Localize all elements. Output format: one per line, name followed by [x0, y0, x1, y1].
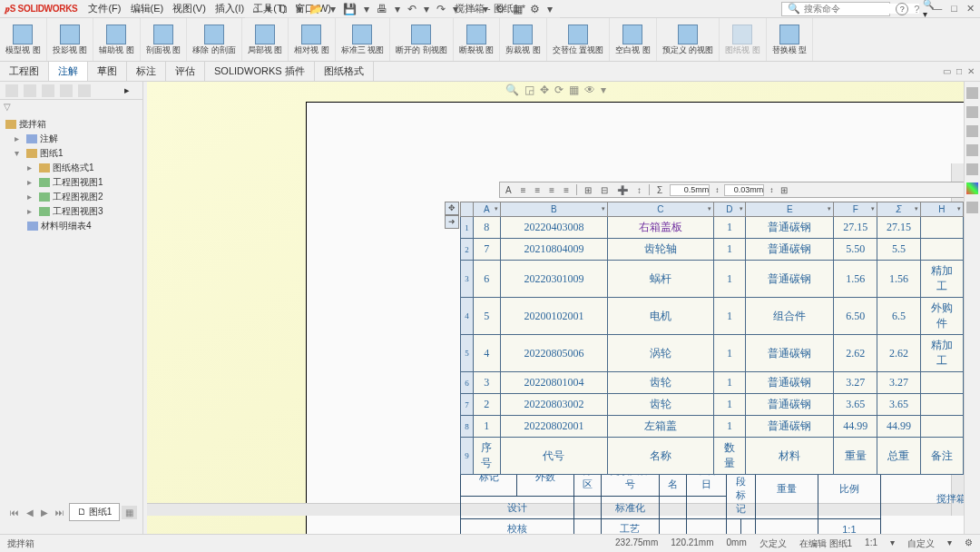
table-options-icon[interactable]: ⊞ [779, 185, 789, 195]
ribbon-model-view[interactable]: 模型视 图 [0, 18, 47, 61]
open-icon[interactable]: 📂 [309, 3, 323, 15]
ribbon-crop-view[interactable]: 剪裁视 图 [500, 18, 547, 61]
menu-file[interactable]: 文件(F) [88, 2, 121, 15]
tree-view1[interactable]: ▸工程图视图1 [2, 175, 141, 190]
undo-icon[interactable]: ↶ [407, 3, 416, 15]
taskpane-resources-icon[interactable] [966, 106, 978, 118]
bom-table[interactable]: A▾ B▾ C▾ D▾ E▾ F▾ Σ▾ H▾ 1820220403008右箱盖… [460, 202, 964, 475]
align-left-icon[interactable]: ≡ [519, 185, 528, 195]
drawing-canvas[interactable]: 🔍 ◲ ✥ ⟳ ▦ 👁 ▾ D E F A ≡ ≡ ≡ ≡ ⊞ ⊟ ➕ ↕ [147, 82, 964, 534]
hide-show-icon[interactable]: 👁 [584, 84, 595, 96]
menu-insert[interactable]: 插入(I) [215, 2, 244, 15]
table-row[interactable]: 1820220403008右箱盖板1普通碳钢27.1527.15 [461, 217, 964, 239]
pan-icon[interactable]: ✥ [540, 84, 549, 96]
ribbon-broken-section[interactable]: 断开的 剖视图 [390, 18, 454, 61]
tree-view2[interactable]: ▸工程图视图2 [2, 190, 141, 204]
taskpane-properties-icon[interactable] [966, 202, 978, 213]
close-button[interactable]: ✕ [966, 3, 975, 15]
table-row[interactable]: 3620220301009蜗杆1普通碳钢1.561.56精加工 [461, 261, 964, 298]
sheet-first-icon[interactable]: ⏮ [7, 508, 22, 518]
rotate-icon[interactable]: ⟳ [554, 84, 564, 96]
add-sheet-icon[interactable]: ▦ [122, 506, 137, 519]
insert-row-icon[interactable]: ➕ [615, 185, 630, 195]
align-center-icon[interactable]: ≡ [534, 185, 543, 195]
print-icon[interactable]: 🖶 [377, 3, 387, 15]
doc-close-icon[interactable]: ✕ [967, 66, 975, 76]
ribbon-alt-pos-view[interactable]: 交替位 置视图 [547, 18, 611, 61]
row-height-input[interactable]: 0.03mm [724, 184, 764, 196]
align-top-icon[interactable]: ≡ [562, 185, 571, 195]
minimize-button[interactable]: — [932, 3, 942, 15]
doc-minimize-icon[interactable]: ▭ [943, 66, 951, 76]
ribbon-projected-view[interactable]: 投影视 图 [47, 18, 94, 61]
tab-markup[interactable]: 标注 [127, 62, 166, 81]
tab-addins[interactable]: SOLIDWORKS 插件 [205, 62, 315, 81]
table-row[interactable]: 8120220802001左箱盖1普通碳钢44.9944.99 [461, 416, 964, 438]
fm-expand-icon[interactable]: ▸ [124, 84, 137, 97]
table-row[interactable]: 6320220801004齿轮1普通碳钢3.273.27 [461, 372, 964, 394]
table-row[interactable]: 2720210804009齿轮轴1普通碳钢5.505.5 [461, 239, 964, 261]
ribbon-break-view[interactable]: 断裂视 图 [454, 18, 501, 61]
move-table-icon[interactable]: ✥ [445, 202, 459, 215]
save-icon[interactable]: 💾 [343, 3, 357, 15]
sort-icon[interactable]: ↕ [635, 185, 643, 195]
tree-bom-table[interactable]: 材料明细表4 [2, 219, 141, 233]
table-format-toolbar[interactable]: A ≡ ≡ ≡ ≡ ⊞ ⊟ ➕ ↕ Σ 0.5mm ↕ 0.03mm ↕ ⊞ [499, 182, 964, 198]
doc-restore-icon[interactable]: □ [956, 66, 962, 76]
taskpane-library-icon[interactable] [966, 125, 978, 137]
ribbon-replace-model[interactable]: 替换模 型 [767, 18, 814, 61]
home-icon[interactable]: ⌂ [252, 3, 259, 15]
taskpane-explorer-icon[interactable] [966, 144, 978, 156]
ribbon-std-3view[interactable]: 标准三 视图 [336, 18, 391, 61]
taskpane-home-icon[interactable] [966, 87, 978, 99]
taskpane-appearances-icon[interactable] [966, 182, 978, 194]
redo-icon[interactable]: ↷ [436, 3, 446, 15]
ribbon-removed-section[interactable]: 移除 的剖面 [187, 18, 242, 61]
ribbon-section-view[interactable]: 剖面视 图 [141, 18, 188, 61]
tree-sheetformat[interactable]: ▸图纸格式1 [2, 161, 141, 175]
tree-view3[interactable]: ▸工程图视图3 [2, 204, 141, 219]
sheet-tab-1[interactable]: 🗋 图纸1 [69, 503, 120, 521]
tree-root[interactable]: 搅拌箱 [2, 117, 141, 132]
zoom-area-icon[interactable]: ◲ [524, 84, 534, 96]
status-custom[interactable]: 自定义 [907, 537, 935, 550]
ribbon-detail-view[interactable]: 局部视 图 [242, 18, 289, 61]
formula-icon[interactable]: Σ [655, 185, 664, 195]
split-icon[interactable]: ⊟ [599, 185, 610, 195]
fm-tab-5[interactable] [78, 84, 91, 97]
bold-icon[interactable]: A [504, 185, 514, 195]
sheet-last-icon[interactable]: ⏭ [53, 508, 67, 518]
menu-view[interactable]: 视图(V) [172, 2, 206, 15]
fm-tab-3[interactable] [42, 84, 54, 97]
table-row[interactable]: 5420220805006涡轮1普通碳钢2.622.62精加工 [461, 335, 964, 372]
fm-tab-2[interactable] [24, 84, 36, 97]
ribbon-sheet-view[interactable]: 图纸视 图 [720, 18, 767, 61]
filter-icon[interactable]: ▽ [0, 100, 142, 113]
tab-sketch[interactable]: 草图 [88, 62, 127, 81]
merge-icon[interactable]: ⊞ [583, 185, 593, 195]
settings-icon[interactable]: ⚙ [530, 3, 540, 15]
command-search[interactable]: 🔍 🔍▾ [781, 2, 890, 16]
tab-annotation[interactable]: 注解 [49, 62, 88, 81]
ribbon-aux-view[interactable]: 辅助视 图 [93, 18, 141, 61]
table-row[interactable]: 7220220803002齿轮1普通碳钢3.653.65 [461, 394, 964, 416]
fm-tab-4[interactable] [60, 84, 73, 97]
select-table-icon[interactable]: ➜ [445, 215, 459, 229]
table-row[interactable]: 4520200102001电机1组合件6.506.5外购件 [461, 298, 964, 335]
fm-tab-1[interactable] [5, 84, 18, 97]
status-settings-icon[interactable]: ⚙ [965, 537, 973, 550]
help-icon[interactable]: ? [896, 3, 908, 15]
taskpane-palette-icon[interactable] [966, 163, 978, 175]
sheet-next-icon[interactable]: ▶ [38, 508, 51, 518]
tree-sheet1[interactable]: ▾图纸1 [2, 146, 141, 161]
tab-drawing[interactable]: 工程图 [0, 62, 49, 81]
table-corner-handles[interactable]: ✥ ➜ [445, 202, 459, 229]
display-style-icon[interactable]: ▦ [569, 84, 579, 96]
whatsnew-icon[interactable]: ? [914, 4, 919, 15]
maximize-button[interactable]: □ [951, 3, 957, 15]
align-right-icon[interactable]: ≡ [547, 185, 556, 195]
menu-edit[interactable]: 编辑(E) [131, 2, 164, 15]
col-width-input[interactable]: 0.5mm [670, 184, 710, 196]
tab-sheetformat[interactable]: 图纸格式 [315, 62, 374, 81]
tree-annotations[interactable]: ▸注解 [2, 132, 141, 146]
